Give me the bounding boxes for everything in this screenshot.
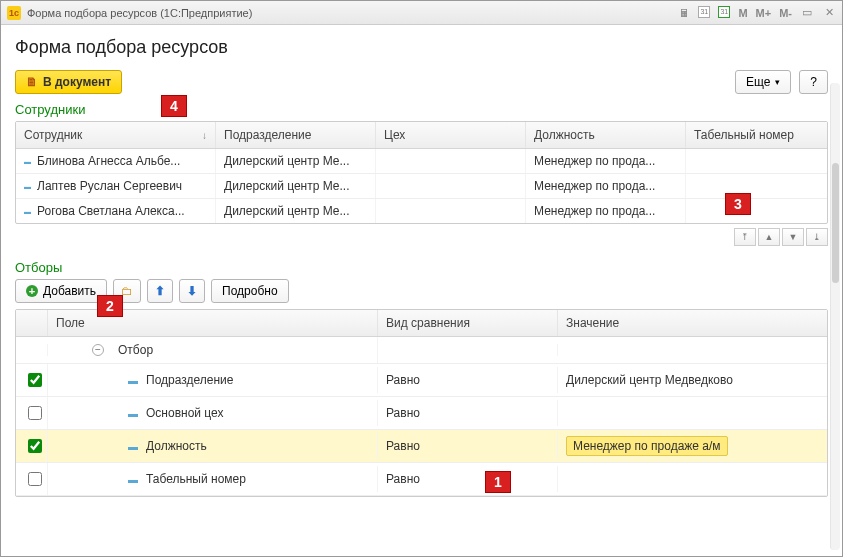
add-filter-label: Добавить — [43, 284, 96, 298]
filters-grid-header: Поле Вид сравнения Значение — [16, 310, 827, 337]
filter-field-label: Должность — [146, 439, 207, 453]
cell-name: Лаптев Руслан Сергеевич — [16, 174, 216, 198]
filter-field-cell: ▬Основной цех — [48, 400, 378, 426]
filter-check-cell — [16, 397, 48, 429]
filter-value-cell[interactable]: Менеджер по продаже а/м — [558, 430, 827, 462]
filter-check-cell — [16, 463, 48, 495]
col-position[interactable]: Должность — [526, 122, 686, 148]
filter-checkbox[interactable] — [28, 373, 42, 387]
memory-mplus-button[interactable]: M+ — [756, 7, 772, 19]
calculator-icon[interactable]: 🖩 — [679, 7, 690, 19]
filter-checkbox[interactable] — [28, 439, 42, 453]
minimize-icon[interactable]: ▭ — [800, 6, 814, 19]
filter-field-cell: ▬Подразделение — [48, 367, 378, 393]
col-department[interactable]: Подразделение — [216, 122, 376, 148]
memory-mminus-button[interactable]: M- — [779, 7, 792, 19]
filter-cmp-cell: Равно — [378, 367, 558, 393]
filter-row[interactable]: ▬ДолжностьРавноМенеджер по продаже а/м — [16, 430, 827, 463]
details-button[interactable]: Подробно — [211, 279, 289, 303]
nav-first-icon[interactable]: ⤒ — [734, 228, 756, 246]
filter-field-cell: ▬Табельный номер — [48, 466, 378, 492]
scrollbar-thumb[interactable] — [832, 163, 839, 283]
col-employee[interactable]: Сотрудник ↓ — [16, 122, 216, 148]
employees-section-title: Сотрудники — [15, 102, 828, 117]
filter-cmp-cell: Равно — [378, 400, 558, 426]
table-row[interactable]: Рогова Светлана Алекса...Дилерский центр… — [16, 199, 827, 223]
to-document-button[interactable]: 🗎 В документ — [15, 70, 122, 94]
chevron-down-icon: ▾ — [775, 77, 780, 87]
window-title: Форма подбора ресурсов (1С:Предприятие) — [27, 7, 252, 19]
filter-field-label: Основной цех — [146, 406, 224, 420]
leaf-icon: ▬ — [128, 408, 138, 419]
app-icon: 1c — [7, 6, 21, 20]
filter-cmp-cell: Равно — [378, 433, 558, 459]
move-down-button[interactable]: ⬇ — [179, 279, 205, 303]
titlebar: 1c Форма подбора ресурсов (1С:Предприяти… — [1, 1, 842, 25]
cell-department: Дилерский центр Ме... — [216, 199, 376, 223]
move-up-button[interactable]: ⬆ — [147, 279, 173, 303]
more-button[interactable]: Еще ▾ — [735, 70, 791, 94]
collapse-icon[interactable]: − — [92, 344, 104, 356]
filter-value-cell[interactable] — [558, 407, 827, 419]
cell-tab_num — [686, 149, 827, 173]
cell-tab_num — [686, 199, 827, 223]
cell-shop — [376, 174, 526, 198]
to-document-label: В документ — [43, 75, 111, 89]
marker-3: 3 — [725, 193, 751, 215]
help-button[interactable]: ? — [799, 70, 828, 94]
cell-department: Дилерский центр Ме... — [216, 149, 376, 173]
memory-m-button[interactable]: M — [738, 7, 747, 19]
cell-name: Блинова Агнесса Альбе... — [16, 149, 216, 173]
nav-up-icon[interactable]: ▲ — [758, 228, 780, 246]
calendar-green-icon[interactable] — [718, 6, 730, 20]
table-row[interactable]: Блинова Агнесса Альбе...Дилерский центр … — [16, 149, 827, 174]
cell-shop — [376, 149, 526, 173]
filter-check-cell — [16, 364, 48, 396]
close-icon[interactable]: ✕ — [822, 6, 836, 19]
filter-row[interactable]: ▬Основной цехРавно — [16, 397, 827, 430]
filter-value-input[interactable]: Менеджер по продаже а/м — [566, 436, 728, 456]
sort-down-icon: ↓ — [202, 130, 207, 141]
marker-2: 2 — [97, 295, 123, 317]
filter-checkbox[interactable] — [28, 472, 42, 486]
filter-check-cell — [16, 430, 48, 462]
filter-checkbox[interactable] — [28, 406, 42, 420]
marker-4: 4 — [161, 95, 187, 117]
filter-row[interactable]: ▬ПодразделениеРавноДилерский центр Медве… — [16, 364, 827, 397]
employees-grid: Сотрудник ↓ Подразделение Цех Должность … — [15, 121, 828, 224]
leaf-icon: ▬ — [128, 474, 138, 485]
leaf-icon: ▬ — [128, 441, 138, 452]
arrow-up-icon: ⬆ — [155, 284, 165, 298]
filter-row[interactable]: ▬Табельный номерРавно — [16, 463, 827, 496]
employees-nav-buttons: ⤒ ▲ ▼ ⤓ — [15, 228, 828, 246]
cell-name: Рогова Светлана Алекса... — [16, 199, 216, 223]
add-filter-button[interactable]: + Добавить — [15, 279, 107, 303]
filter-root-label: Отбор — [118, 343, 153, 357]
filter-field-label: Подразделение — [146, 373, 233, 387]
calendar-icon[interactable] — [698, 6, 710, 20]
col-value[interactable]: Значение — [558, 310, 827, 336]
arrow-down-icon: ⬇ — [187, 284, 197, 298]
filter-value-cell[interactable]: Дилерский центр Медведково — [558, 367, 827, 393]
more-label: Еще — [746, 75, 770, 89]
nav-last-icon[interactable]: ⤓ — [806, 228, 828, 246]
vertical-scrollbar[interactable] — [830, 83, 840, 550]
filter-value-cell[interactable] — [558, 473, 827, 485]
filters-toolbar: + Добавить 🗀 ⬆ ⬇ Подробно — [15, 279, 828, 303]
cell-position: Менеджер по прода... — [526, 149, 686, 173]
col-cmp[interactable]: Вид сравнения — [378, 310, 558, 336]
col-tabnum[interactable]: Табельный номер — [686, 122, 827, 148]
document-icon: 🗎 — [26, 75, 38, 89]
table-row[interactable]: Лаптев Руслан СергеевичДилерский центр М… — [16, 174, 827, 199]
nav-down-icon[interactable]: ▼ — [782, 228, 804, 246]
col-shop[interactable]: Цех — [376, 122, 526, 148]
filters-section-title: Отборы — [15, 260, 828, 275]
sys-icons: 🖩 M M+ M- ▭ ✕ — [679, 6, 836, 20]
filter-root-row[interactable]: − Отбор — [16, 337, 827, 364]
cell-position: Менеджер по прода... — [526, 199, 686, 223]
filter-field-label: Табельный номер — [146, 472, 246, 486]
filter-field-cell: ▬Должность — [48, 433, 378, 459]
leaf-icon: ▬ — [128, 375, 138, 386]
cell-shop — [376, 199, 526, 223]
page-title: Форма подбора ресурсов — [15, 37, 828, 58]
